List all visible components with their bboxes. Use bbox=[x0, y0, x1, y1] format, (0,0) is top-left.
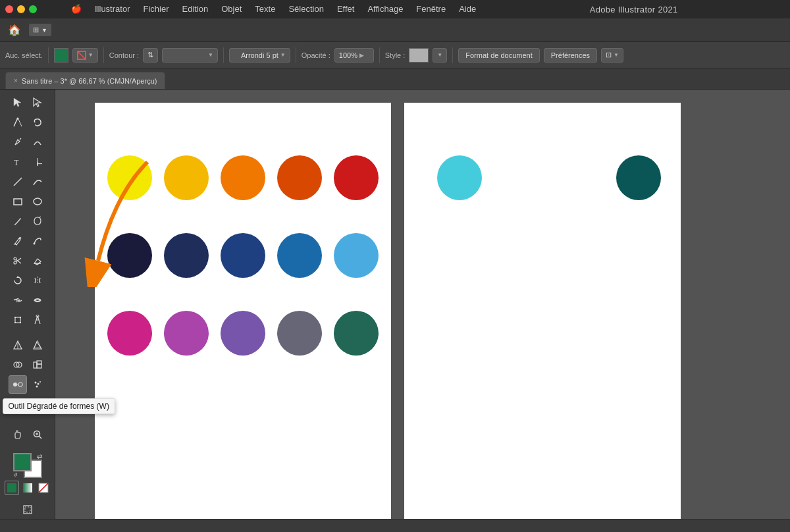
shape-builder-tool[interactable] bbox=[9, 356, 27, 374]
rect-tool[interactable] bbox=[9, 192, 27, 211]
circle-dark-navy[interactable] bbox=[107, 233, 152, 278]
tab-title: Sans titre – 3* @ 66,67 % (CMJN/Aperçu) bbox=[22, 77, 157, 85]
toolbar: Auc. sélect. ▼ Contour : ⇅ ▼ Arrondi 5 p… bbox=[0, 42, 790, 68]
circle-golden[interactable] bbox=[164, 155, 209, 200]
circle-red[interactable] bbox=[334, 155, 379, 200]
pen-tool[interactable] bbox=[9, 133, 27, 151]
minimize-button[interactable] bbox=[17, 5, 25, 13]
separator-4 bbox=[296, 47, 296, 63]
circle-magenta[interactable] bbox=[107, 311, 152, 356]
swap-colors-button[interactable]: ⇄ bbox=[37, 453, 42, 460]
gradient-mode-button[interactable] bbox=[20, 481, 35, 495]
opacite-label: Opacité : bbox=[302, 51, 330, 59]
menu-effet[interactable]: Effet bbox=[330, 0, 361, 18]
no-color-button[interactable] bbox=[36, 481, 51, 495]
line-tool[interactable] bbox=[9, 173, 27, 191]
menu-texte[interactable]: Texte bbox=[248, 0, 282, 18]
home-button[interactable]: 🏠 bbox=[8, 24, 21, 36]
maximize-button[interactable] bbox=[29, 5, 37, 13]
workspace-switcher[interactable]: ⊞ ▼ bbox=[29, 24, 51, 36]
symbol-sprayer-tool[interactable] bbox=[28, 375, 47, 394]
paintbrush-tool[interactable] bbox=[9, 212, 27, 230]
scissors-tool[interactable] bbox=[9, 252, 27, 270]
grid-icon: ⊞ bbox=[33, 26, 39, 34]
type-tool[interactable]: T bbox=[9, 153, 27, 171]
smooth-tool[interactable] bbox=[28, 232, 47, 250]
rotate-tool[interactable] bbox=[9, 271, 27, 290]
contour-value-dropdown[interactable]: ▼ bbox=[162, 48, 218, 63]
hand-tool[interactable] bbox=[9, 425, 27, 444]
lasso-tool[interactable] bbox=[28, 113, 47, 132]
circle-light-blue[interactable] bbox=[334, 233, 379, 278]
stroke-icon[interactable]: ▼ bbox=[72, 48, 98, 63]
preferences-button[interactable]: Préférences bbox=[544, 48, 597, 63]
circle-dark-blue[interactable] bbox=[221, 233, 265, 278]
perspective-grid-tool[interactable] bbox=[9, 336, 27, 354]
menu-selection[interactable]: Sélection bbox=[282, 0, 330, 18]
free-transform-tool[interactable] bbox=[9, 311, 27, 329]
arrondi-dropdown[interactable]: Arrondi 5 pt ▼ bbox=[229, 48, 290, 63]
tool-row-pencil bbox=[9, 232, 47, 250]
circle-gray-blue[interactable] bbox=[277, 311, 322, 356]
document-tab[interactable]: × Sans titre – 3* @ 66,67 % (CMJN/Aperçu… bbox=[5, 72, 165, 89]
width-tool[interactable] bbox=[28, 291, 47, 309]
circle-cyan[interactable] bbox=[437, 155, 482, 200]
svg-point-44 bbox=[37, 383, 39, 385]
circle-dark-teal-2[interactable] bbox=[616, 155, 661, 200]
menu-fenetre[interactable]: Fenêtre bbox=[409, 0, 452, 18]
magic-wand-icon bbox=[13, 117, 23, 128]
svg-rect-15 bbox=[18, 236, 21, 239]
circle-violet[interactable] bbox=[221, 311, 265, 356]
circle-dark-teal[interactable] bbox=[334, 311, 379, 356]
menu-bar: 🍎 Illustrator Fichier Edition Objet Text… bbox=[65, 0, 483, 18]
selection-tool[interactable] bbox=[9, 93, 27, 112]
circle-orange[interactable] bbox=[221, 155, 265, 200]
reset-colors-button[interactable]: ↺ bbox=[13, 472, 18, 478]
circle-purple[interactable] bbox=[164, 311, 209, 356]
rect-icon bbox=[13, 196, 23, 207]
format-doc-button[interactable]: Format de document bbox=[458, 48, 540, 63]
arc-tool[interactable] bbox=[28, 173, 47, 191]
contour-spinner[interactable]: ⇅ bbox=[143, 48, 158, 63]
style-dropdown-arrow[interactable]: ▼ bbox=[433, 48, 447, 63]
menu-fichier[interactable]: Fichier bbox=[136, 0, 175, 18]
direct-selection-tool[interactable] bbox=[28, 93, 47, 112]
svg-point-13 bbox=[34, 198, 41, 205]
home-bar: 🏠 ⊞ ▼ bbox=[0, 18, 790, 42]
ellipse-tool[interactable] bbox=[28, 192, 47, 211]
selection-tool-icon bbox=[13, 97, 23, 108]
opacite-input[interactable]: 100% ▶ bbox=[334, 48, 374, 63]
blend-tool[interactable]: Outil Dégradé de formes (W) bbox=[9, 375, 27, 394]
menu-illustrator[interactable]: Illustrator bbox=[88, 0, 136, 18]
magic-wand-tool[interactable] bbox=[9, 113, 27, 132]
perspective-selection-tool[interactable] bbox=[28, 336, 47, 354]
change-screen-mode[interactable] bbox=[18, 500, 37, 519]
menu-objet[interactable]: Objet bbox=[215, 0, 248, 18]
circle-yellow[interactable] bbox=[107, 155, 152, 200]
tab-close-button[interactable]: × bbox=[14, 77, 18, 84]
menu-aide[interactable]: Aide bbox=[452, 0, 483, 18]
close-button[interactable] bbox=[5, 5, 13, 13]
workspace-button[interactable]: ⊡ ▼ bbox=[601, 48, 623, 63]
menu-edition[interactable]: Edition bbox=[175, 0, 215, 18]
zoom-tool[interactable] bbox=[28, 425, 47, 444]
blob-brush-tool[interactable] bbox=[28, 212, 47, 230]
foreground-color-swatch[interactable] bbox=[13, 453, 32, 471]
circle-dark-orange[interactable] bbox=[277, 155, 322, 200]
circle-medium-blue[interactable] bbox=[277, 233, 322, 278]
curvature-tool[interactable] bbox=[28, 133, 47, 151]
style-swatch[interactable] bbox=[409, 48, 429, 63]
eraser-tool[interactable] bbox=[28, 252, 47, 270]
pencil-tool[interactable] bbox=[9, 232, 27, 250]
puppet-warp-tool[interactable] bbox=[28, 311, 47, 329]
circle-dark-teal-2-wrapper bbox=[616, 155, 661, 200]
warp-tool[interactable] bbox=[9, 291, 27, 309]
circle-navy[interactable] bbox=[164, 233, 209, 278]
normal-mode-button[interactable] bbox=[5, 481, 19, 495]
fill-color-swatch[interactable] bbox=[54, 48, 68, 63]
menu-apple[interactable]: 🍎 bbox=[65, 0, 88, 18]
menu-affichage[interactable]: Affichage bbox=[361, 0, 409, 18]
reflect-tool[interactable] bbox=[28, 271, 47, 290]
live-paint-tool[interactable] bbox=[28, 356, 47, 374]
vertical-type-tool[interactable]: T bbox=[28, 153, 47, 171]
